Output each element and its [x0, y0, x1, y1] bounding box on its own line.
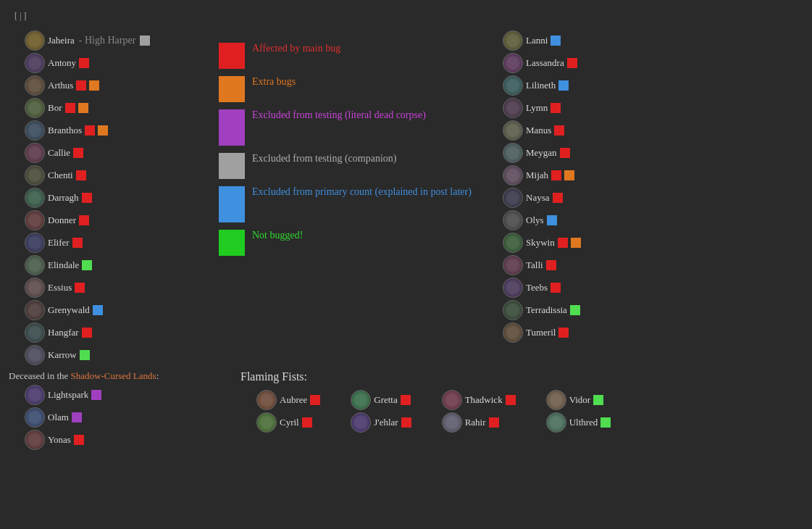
edit-links: [ | ] [14, 11, 26, 21]
list-item: Jaheira- High Harper [25, 30, 212, 51]
avatar-thadwick [442, 390, 462, 410]
char-name: Terradissia [526, 304, 567, 316]
char-name: Manus [526, 125, 551, 136]
char-name: Callie [48, 147, 70, 159]
lightgreen-badge [593, 395, 603, 405]
list-item: Cyril [256, 412, 320, 433]
red-badge [310, 395, 320, 405]
avatar-naysa [503, 188, 523, 208]
char-name: Lanni [526, 35, 548, 46]
red-badge [489, 417, 499, 428]
right-character-list: LanniLassandraLilinethLymnManusMeyganMij… [487, 30, 632, 343]
avatar-lilineth [503, 75, 523, 96]
list-item: Lassandra [503, 53, 632, 73]
left-character-list: Jaheira- High HarperAntonyArthusBorBrant… [9, 30, 212, 365]
flaming-char-list: ThadwickRahir [426, 390, 516, 433]
avatar-talli [503, 255, 523, 275]
char-name: Karrow [48, 349, 77, 361]
avatar-lymn [503, 98, 523, 118]
char-name: Lassandra [526, 57, 564, 69]
red-badge [76, 170, 86, 180]
list-item: Callie [25, 143, 212, 163]
list-item: Yonas [25, 430, 226, 450]
avatar-darragh [25, 188, 45, 208]
list-item: Hangfar [25, 322, 212, 343]
left-column: Jaheira- High HarperAntonyArthusBorBrant… [9, 28, 212, 367]
blue-badge [547, 215, 557, 225]
legend-label-red: Affected by main bug [252, 41, 340, 56]
char-name: Yonas [48, 434, 71, 446]
avatar-yonas [25, 430, 45, 450]
avatar-rahir [442, 412, 462, 433]
list-item: Elindale [25, 255, 212, 275]
flaming-char-list: AubreeCyril [240, 390, 320, 433]
red-badge [553, 193, 563, 203]
avatar-jaheira [25, 30, 45, 51]
char-name: Talli [526, 259, 543, 271]
legend-label-blue: Excluded from primary count (explained i… [252, 185, 472, 199]
list-item: Bor [25, 98, 212, 118]
legend-column: Affected by main bugExtra bugsExcluded f… [219, 28, 480, 367]
shadow-cursed-link[interactable]: Shadow-Cursed Lands [71, 370, 156, 381]
char-name: Arthus [48, 80, 73, 91]
avatar-lightspark [25, 385, 45, 405]
char-name: Antony [48, 57, 76, 69]
legend-item: Excluded from testing (literal dead corp… [219, 108, 480, 146]
red-badge [72, 238, 83, 248]
list-item: Terradissia [503, 300, 632, 320]
list-item: Rahir [442, 412, 516, 433]
legend-swatch-purple [219, 109, 245, 146]
avatar-cyril [256, 412, 277, 433]
list-item: Antony [25, 53, 212, 73]
legend-item: Excluded from primary count (explained i… [219, 185, 480, 222]
char-name: Rahir [465, 417, 486, 428]
red-badge [546, 260, 556, 270]
char-name: J'ehlar [374, 417, 398, 428]
list-item: Gretta [351, 390, 411, 410]
list-item: Aubree [256, 390, 320, 410]
char-name: Olam [48, 412, 69, 423]
char-name: Vidor [569, 394, 591, 406]
avatar-donner [25, 210, 45, 230]
char-name: Grenywald [48, 304, 90, 316]
legend-swatch-green [219, 230, 245, 256]
red-badge [560, 148, 570, 158]
red-badge [551, 103, 561, 113]
list-item: Mijah [503, 165, 632, 186]
orange-badge [78, 103, 88, 113]
lightgreen-badge [570, 305, 580, 315]
char-name: Chenti [48, 170, 73, 181]
char-name: Naysa [526, 192, 550, 204]
char-name: Donner [48, 214, 76, 226]
avatar-aubree [256, 390, 277, 410]
avatar-skywin [503, 233, 523, 253]
flaming-column: GrettaJ'ehlar [335, 388, 411, 435]
char-name: Cyril [280, 417, 299, 428]
legend-item: Affected by main bug [219, 41, 480, 69]
avatar-branthos [25, 120, 45, 141]
legend-label-gray: Excluded from testing (companion) [252, 151, 396, 166]
list-item: Ulthred [546, 412, 611, 433]
deceased-section: Deceased in the Shadow-Cursed Lands: Lig… [9, 370, 226, 452]
avatar-lanni [503, 30, 523, 51]
list-item: Talli [503, 255, 632, 275]
legend-swatch-gray [219, 153, 245, 179]
red-badge [75, 283, 85, 293]
list-item: Karrow [25, 345, 212, 365]
char-name: Aubree [280, 394, 307, 406]
bottom-layout: Deceased in the Shadow-Cursed Lands: Lig… [9, 370, 803, 452]
lightgreen-badge [82, 260, 92, 270]
avatar-arthus [25, 75, 45, 96]
legend-swatch-orange [219, 76, 245, 102]
orange-badge [564, 170, 574, 180]
char-name: Lightspark [48, 389, 88, 401]
list-item: Essius [25, 278, 212, 298]
orange-badge [98, 125, 108, 136]
legend-item: Not bugged! [219, 228, 480, 256]
blue-badge [93, 305, 103, 315]
legend-label-orange: Extra bugs [252, 75, 296, 89]
red-badge [551, 170, 561, 180]
list-item: Grenywald [25, 300, 212, 320]
lightgreen-badge [80, 350, 90, 360]
avatar-essius [25, 278, 45, 298]
